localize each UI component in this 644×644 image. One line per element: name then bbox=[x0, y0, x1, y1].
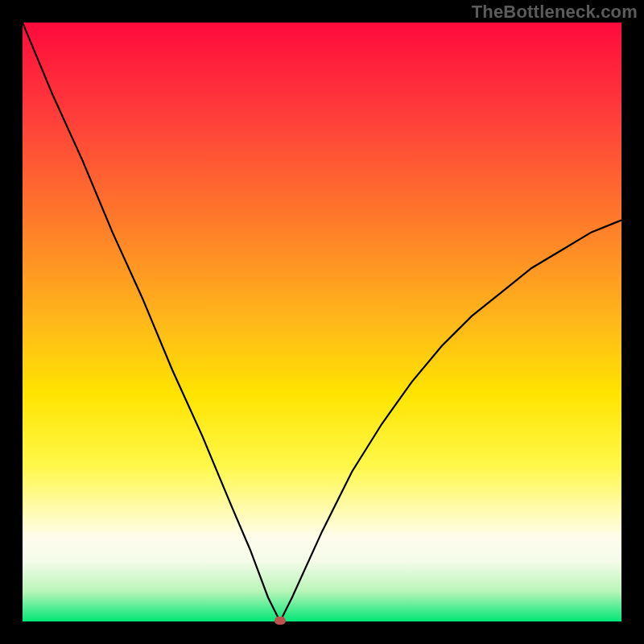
plot-area bbox=[23, 23, 621, 621]
chart-frame: TheBottleneck.com bbox=[0, 0, 644, 644]
bottleneck-curve bbox=[23, 23, 621, 621]
watermark-text: TheBottleneck.com bbox=[472, 2, 638, 23]
optimum-marker bbox=[275, 617, 286, 625]
